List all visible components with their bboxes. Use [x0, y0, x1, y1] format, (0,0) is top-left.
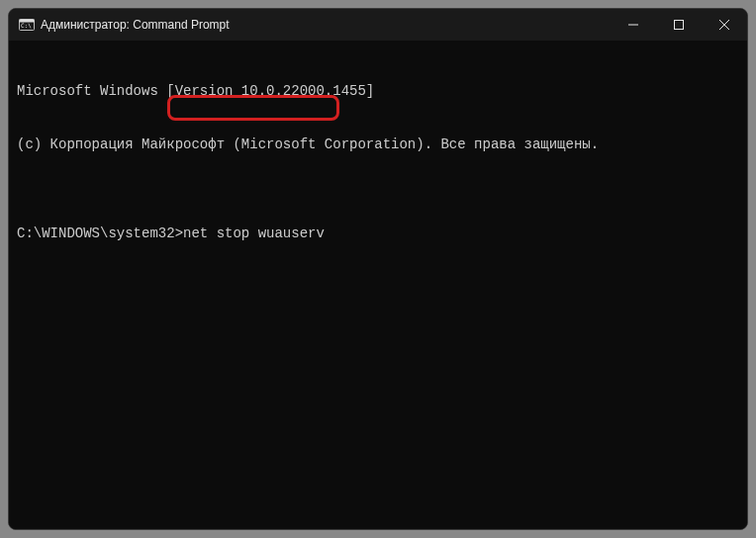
terminal-output-line: (c) Корпорация Майкрософт (Microsoft Cor… [17, 135, 739, 153]
cmd-icon: C:\ [19, 17, 35, 33]
close-button[interactable] [702, 9, 747, 41]
typed-command: net stop wuauserv [183, 224, 325, 242]
terminal-prompt-line: C:\WINDOWS\system32>net stop wuauserv [17, 224, 739, 242]
prompt-path: C:\WINDOWS\system32> [17, 225, 183, 241]
maximize-button[interactable] [656, 9, 702, 41]
terminal-output-line: Microsoft Windows [Version 10.0.22000.14… [17, 82, 739, 100]
titlebar[interactable]: C:\ Администратор: Command Prompt [9, 9, 747, 41]
window-title: Администратор: Command Prompt [41, 18, 230, 32]
minimize-button[interactable] [611, 9, 656, 41]
svg-rect-4 [675, 21, 684, 30]
svg-text:C:\: C:\ [21, 22, 32, 29]
terminal-area[interactable]: Microsoft Windows [Version 10.0.22000.14… [9, 41, 747, 529]
command-prompt-window: C:\ Администратор: Command Prompt Micros… [8, 8, 748, 530]
window-controls [611, 9, 747, 41]
